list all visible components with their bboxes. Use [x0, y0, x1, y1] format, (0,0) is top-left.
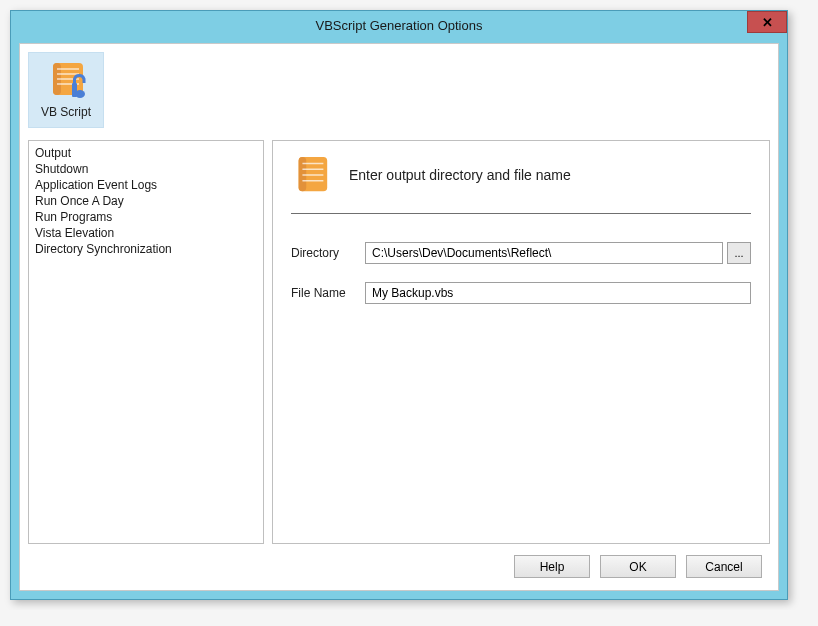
sidebar-item-output[interactable]: Output [35, 145, 257, 161]
close-button[interactable]: ✕ [747, 11, 787, 33]
main-header-row: Enter output directory and file name [291, 155, 751, 213]
icon-bar: VB Script [20, 44, 778, 130]
button-row: Help OK Cancel [514, 555, 762, 578]
directory-label: Directory [291, 246, 351, 260]
titlebar[interactable]: VBScript Generation Options ✕ [11, 11, 787, 39]
content-row: Output Shutdown Application Event Logs R… [28, 140, 770, 544]
ok-button[interactable]: OK [600, 555, 676, 578]
sidebar-item-run-programs[interactable]: Run Programs [35, 209, 257, 225]
vbscript-tile[interactable]: VB Script [28, 52, 104, 128]
svg-point-1 [75, 90, 85, 98]
help-button[interactable]: Help [514, 555, 590, 578]
sidebar-item-application-event-logs[interactable]: Application Event Logs [35, 177, 257, 193]
filename-row: File Name [291, 282, 751, 304]
browse-button[interactable]: ... [727, 242, 751, 264]
window-title: VBScript Generation Options [316, 18, 483, 33]
sidebar: Output Shutdown Application Event Logs R… [28, 140, 264, 544]
sidebar-item-vista-elevation[interactable]: Vista Elevation [35, 225, 257, 241]
sidebar-item-run-once-a-day[interactable]: Run Once A Day [35, 193, 257, 209]
vbscript-tile-label: VB Script [41, 105, 91, 119]
dialog-window: VBScript Generation Options ✕ VB Scrip [10, 10, 788, 600]
sidebar-item-directory-synchronization[interactable]: Directory Synchronization [35, 241, 257, 257]
filename-label: File Name [291, 286, 351, 300]
scroll-icon [45, 61, 87, 103]
directory-row: Directory ... [291, 242, 751, 264]
cancel-button[interactable]: Cancel [686, 555, 762, 578]
scroll-icon [291, 155, 331, 195]
main-header: Enter output directory and file name [349, 167, 571, 183]
close-icon: ✕ [762, 15, 773, 30]
sidebar-item-shutdown[interactable]: Shutdown [35, 161, 257, 177]
divider [291, 213, 751, 214]
directory-input[interactable] [365, 242, 723, 264]
client-area: VB Script Output Shutdown Application Ev… [19, 43, 779, 591]
filename-input[interactable] [365, 282, 751, 304]
main-panel: Enter output directory and file name Dir… [272, 140, 770, 544]
